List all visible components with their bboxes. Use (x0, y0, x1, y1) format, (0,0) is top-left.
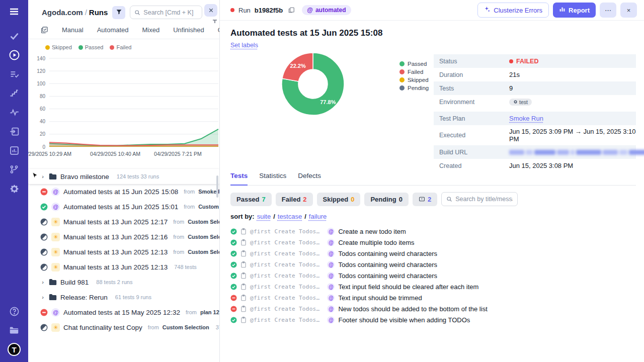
clipboard-icon (240, 295, 247, 301)
automated-run-icon: @ (51, 188, 60, 196)
test-row[interactable]: @first Create Todos…@New todos should be… (230, 303, 644, 314)
legend-item-failed: Failed (110, 44, 131, 50)
filter-passed[interactable]: Passed7 (230, 193, 272, 206)
more-button[interactable]: ⋯ (600, 3, 616, 18)
sort-by-failure[interactable]: failure (309, 213, 327, 220)
run-info-table: StatusFAILEDDuration21sTests9Environment… (434, 54, 636, 172)
test-row[interactable]: @first Create Todos…@Todos containing we… (230, 259, 644, 270)
sidebar-steps-icon[interactable] (0, 83, 28, 103)
info-row-executed: ExecutedJun 15, 2025 3:09 PM → Jun 15, 2… (434, 125, 636, 145)
tab-statistics[interactable]: Statistics (259, 172, 286, 185)
sort-by-suite[interactable]: suite (257, 213, 271, 220)
close-run-button[interactable]: × (620, 3, 637, 18)
tab-tests[interactable]: Tests (230, 172, 248, 186)
info-value: test (509, 99, 532, 106)
run-row[interactable]: ✳Manual tests at 13 Jun 2025 12:13748 te… (28, 259, 219, 275)
legend-dot (78, 45, 83, 50)
search-input[interactable] (143, 9, 198, 16)
tab-automated[interactable]: Automated (97, 26, 129, 34)
test-row[interactable]: @first Create Todos…@Text input should b… (230, 292, 644, 303)
run-group-row[interactable]: ›Release: Rerun61 tests 9 runs (28, 290, 219, 305)
info-value: 9 (509, 84, 513, 92)
run-row[interactable]: @Automated tests at 15 Jun 2025 15:01fro… (28, 199, 219, 214)
run-group-row[interactable]: ›Bravo milestone124 tests 33 runs (28, 169, 219, 184)
sidebar-import-icon[interactable] (0, 122, 28, 141)
sort-by-testcase[interactable]: testcase (278, 213, 302, 220)
folder-icon (49, 294, 57, 301)
run-row[interactable]: ✳Chat functinality test CopyfromCustom S… (28, 320, 219, 335)
sidebar-play-circle-icon[interactable] (0, 45, 28, 64)
sidebar-library-icon[interactable] (0, 321, 28, 340)
scrollbar-thumb[interactable] (216, 175, 218, 198)
tab-unfinished[interactable]: Unfinished (173, 26, 204, 34)
funnel-icon (116, 8, 122, 17)
filter-failed[interactable]: Failed2 (276, 193, 313, 206)
automated-test-icon: @ (327, 294, 335, 302)
group-name: Release: Rerun (60, 294, 108, 301)
message-icon (419, 196, 425, 203)
test-suite: @first Create Todos… (250, 317, 319, 323)
run-row[interactable]: @Automated tests at 15 May 2025 12:32fro… (28, 305, 219, 320)
legend-item-skipped: Skipped (45, 44, 72, 50)
test-row[interactable]: @first Create Todos…@Create multiple tod… (230, 237, 644, 248)
sidebar-analytics-icon[interactable] (0, 141, 28, 160)
info-value: Jun 15, 2025 3:09 PM → Jun 15, 2025 3:10… (509, 128, 636, 143)
status-passed-icon (230, 239, 237, 246)
status-passed-icon (230, 250, 237, 257)
run-name: Automated tests at 15 Jun 2025 15:01 (63, 203, 178, 211)
clusterize-errors-button[interactable]: Clusterize Errors (477, 3, 549, 18)
svg-text:140: 140 (37, 56, 45, 61)
test-row[interactable]: @first Create Todos…@Todos containing we… (230, 270, 644, 281)
chevron-right-icon[interactable]: › (40, 173, 45, 179)
breadcrumb: Agoda.com/Runs (42, 8, 108, 17)
clipboard-icon (240, 273, 247, 279)
run-group-row[interactable]: ›Build 98188 tests 2 runs (28, 275, 219, 290)
sidebar-logo[interactable]: T (0, 340, 28, 359)
chevron-right-icon[interactable]: › (40, 294, 45, 300)
copy-icon[interactable] (288, 7, 295, 14)
app-sidebar: T (0, 0, 28, 362)
sidebar-pulse-icon[interactable] (0, 103, 28, 122)
run-row[interactable]: ✳Manual tests at 13 Jun 2025 12:13fromCu… (28, 244, 219, 259)
run-source: Custom Selection (188, 234, 219, 240)
run-row[interactable]: @Automated tests at 15 Jun 2025 15:08fro… (28, 184, 219, 199)
runs-search[interactable] (130, 6, 202, 19)
filter-button[interactable] (112, 6, 125, 19)
run-detail-topbar: Run b1982f5b @automated Clusterize Error… (220, 0, 644, 21)
sidebar-menu-icon[interactable] (0, 0, 28, 23)
pin-icon[interactable] (212, 17, 219, 26)
test-row[interactable]: @first Create Todos…@Footer should be vi… (230, 314, 644, 325)
test-row[interactable]: @first Create Todos…@Create a new todo i… (230, 226, 644, 237)
run-row[interactable]: ✳Manual tests at 13 Jun 2025 12:17fromCu… (28, 214, 219, 229)
test-row[interactable]: @first Create Todos…@Todos containing we… (230, 248, 644, 259)
report-button[interactable]: Report (553, 3, 596, 18)
chevron-right-icon[interactable]: › (40, 279, 45, 285)
close-icon (208, 6, 214, 15)
run-row[interactable]: ✳Manual tests at 13 Jun 2025 12:16fromCu… (28, 229, 219, 244)
close-panel-button[interactable] (204, 4, 217, 17)
sidebar-check-icon[interactable] (0, 26, 28, 45)
tests-search-input[interactable] (455, 196, 513, 203)
filter-pending[interactable]: Pending0 (364, 193, 409, 206)
test-row[interactable]: @first Create Todos…@Text input field sh… (230, 281, 644, 292)
comments-filter[interactable]: 2 (413, 193, 437, 206)
sidebar-gear-icon[interactable] (0, 179, 28, 198)
tab-defects[interactable]: Defects (298, 172, 321, 185)
sidebar-help-icon[interactable] (0, 302, 28, 321)
donut-legend-skipped: Skipped (399, 76, 429, 84)
filter-skipped[interactable]: Skipped0 (317, 193, 361, 206)
set-labels-link[interactable]: Set labels (230, 42, 258, 49)
test-plan-link[interactable]: Smoke Run (509, 115, 543, 122)
clipboard-icon (240, 239, 247, 246)
info-row-test-plan: Test PlanSmoke Run (434, 112, 636, 125)
runs-filter-tabs: Manual Automated Mixed Unfinished Groups (28, 22, 219, 39)
test-suite: @first Create Todos… (250, 228, 319, 235)
tab-mixed[interactable]: Mixed (142, 26, 160, 34)
info-row-status: StatusFAILED (434, 54, 636, 68)
sidebar-list-check-icon[interactable] (0, 64, 28, 83)
svg-text:77.8%: 77.8% (320, 99, 336, 105)
sidebar-branch-icon[interactable] (0, 160, 28, 179)
clipboard-icon (240, 317, 247, 323)
tests-search[interactable] (441, 192, 518, 206)
tab-manual[interactable]: Manual (62, 26, 84, 34)
